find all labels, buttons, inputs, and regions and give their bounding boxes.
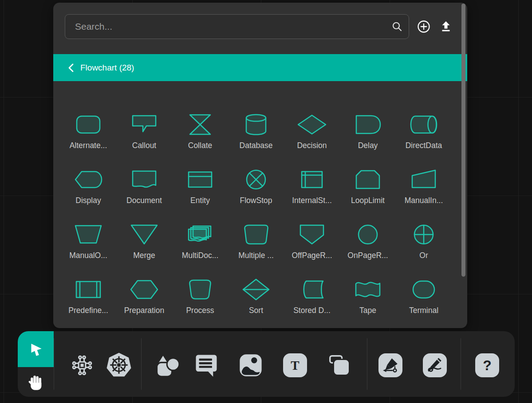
shapes-tool-button[interactable] [154,353,179,378]
shape-tile-database[interactable]: Database [228,107,284,162]
display-shape-icon [71,167,106,192]
mesh-icon [71,354,94,377]
shape-label: LoopLimit [351,196,385,205]
shape-tile-alternate[interactable]: Alternate... [60,107,116,162]
toolbar-divider [367,338,367,390]
shape-tile-merge[interactable]: Merge [116,217,172,272]
shape-label: Terminal [409,306,438,315]
terminal-shape-icon [406,277,441,302]
diagram-canvas[interactable]: { "colors": { "accent": "#00b39f", "shap… [0,0,532,403]
shape-tile-offpagereference[interactable]: OffPageR... [284,217,340,272]
add-circle-icon[interactable] [416,19,431,34]
hand-icon [27,373,45,391]
shape-label: Predefine... [68,306,108,315]
shape-tile-decision[interactable]: Decision [284,107,340,162]
shape-tile-process[interactable]: Process [172,272,228,327]
shape-label: Multiple ... [238,251,274,260]
shape-tile-internalstorage[interactable]: InternalSt... [284,162,340,217]
sort-shape-icon [238,277,274,302]
kubernetes-tool-button[interactable] [105,352,133,379]
flowstop-shape-icon [238,167,274,192]
shape-label: ManualIn... [405,196,443,205]
category-header-back[interactable]: Flowchart (28) [53,54,467,81]
looplimit-shape-icon [350,167,386,192]
shape-library-panel: Flowchart (28) Alternate...CalloutCollat… [53,3,467,328]
comment-tool-button[interactable] [194,353,219,377]
shape-tile-flowstop[interactable]: FlowStop [228,162,284,217]
shape-label: Database [240,141,273,150]
shape-tile-looplimit[interactable]: LoopLimit [340,162,396,217]
manualinput-shape-icon [406,167,441,192]
shape-tile-manualinput[interactable]: ManualIn... [396,162,452,217]
shape-tile-sort[interactable]: Sort [228,272,284,327]
shape-tile-storeddata[interactable]: Stored D... [284,272,340,327]
shape-label: Decision [297,141,327,150]
toolbar-divider [141,338,142,390]
callout-shape-icon [126,112,162,137]
edge-pen-tool-button[interactable] [378,353,402,377]
shape-label: OffPageR... [292,251,332,260]
shape-tile-manualoperation[interactable]: ManualO... [60,217,116,272]
entity-shape-icon [182,167,218,192]
text-tool-button[interactable]: T [283,353,307,377]
shape-tile-entity[interactable]: Entity [172,162,228,217]
shape-tile-multipleprocess[interactable]: Multiple ... [228,217,284,272]
note-tool-button[interactable] [327,353,352,378]
search-input[interactable] [65,14,409,39]
shape-tile-collate[interactable]: Collate [172,107,228,162]
shape-label: Sort [249,306,263,315]
shape-tile-terminal[interactable]: Terminal [396,272,452,327]
storeddata-shape-icon [294,277,330,302]
shape-grid: Alternate...CalloutCollateDatabaseDecisi… [60,81,460,327]
multipleprocess-shape-icon [238,222,274,247]
shape-tile-predefinedprocess[interactable]: Predefine... [60,272,116,327]
shape-tile-document[interactable]: Document [116,162,172,217]
shape-tile-onpagereference[interactable]: OnPageR... [340,217,396,272]
shape-label: Merge [133,251,155,260]
panel-scrollbar-thumb[interactable] [461,4,465,277]
shape-tile-multidocument[interactable]: MultiDoc... [172,217,228,272]
text-tool-letter: T [291,358,299,372]
select-tool-button[interactable] [18,331,54,367]
tape-shape-icon [350,277,386,302]
shape-label: InternalSt... [292,196,332,205]
mesh-tool-button[interactable] [71,354,94,377]
edge-pen-background [378,353,402,377]
upload-icon[interactable] [438,19,453,34]
shape-label: Tape [359,306,376,315]
sketch-pencil-tool-button[interactable] [423,353,447,377]
toolbar-divider [54,338,54,390]
pan-tool-button[interactable] [18,367,54,397]
manualoperation-shape-icon [71,222,106,247]
shape-tile-or[interactable]: Or [396,217,452,272]
shape-label: Entity [190,196,210,205]
shape-tile-display[interactable]: Display [60,162,116,217]
shape-label: Document [126,196,162,205]
shape-tile-delay[interactable]: Delay [340,107,396,162]
edge-pen-icon [382,356,399,374]
decision-shape-icon [294,112,330,137]
shape-label: Delay [358,141,378,150]
shape-tile-callout[interactable]: Callout [116,107,172,162]
document-shape-icon [126,167,162,192]
comment-icon [194,353,219,377]
image-tool-button[interactable] [238,353,263,378]
shape-tile-tape[interactable]: Tape [340,272,396,327]
offpagereference-shape-icon [294,222,330,247]
shape-label: Alternate... [70,141,107,150]
shape-label: FlowStop [240,196,272,205]
predefinedprocess-shape-icon [71,277,106,302]
sketch-pencil-background [423,353,447,377]
shape-label: DirectData [406,141,442,150]
shape-label: Or [419,251,428,260]
merge-shape-icon [126,222,162,247]
help-button[interactable]: ? [475,353,499,377]
shapes-icon [154,353,179,378]
shape-tile-directdata[interactable]: DirectData [396,107,452,162]
help-icon: ? [477,355,498,376]
help-background: ? [475,353,499,377]
shape-label: OnPageR... [347,251,388,260]
internalstorage-shape-icon [294,167,330,192]
collate-shape-icon [182,112,218,137]
shape-tile-preparation[interactable]: Preparation [116,272,172,327]
